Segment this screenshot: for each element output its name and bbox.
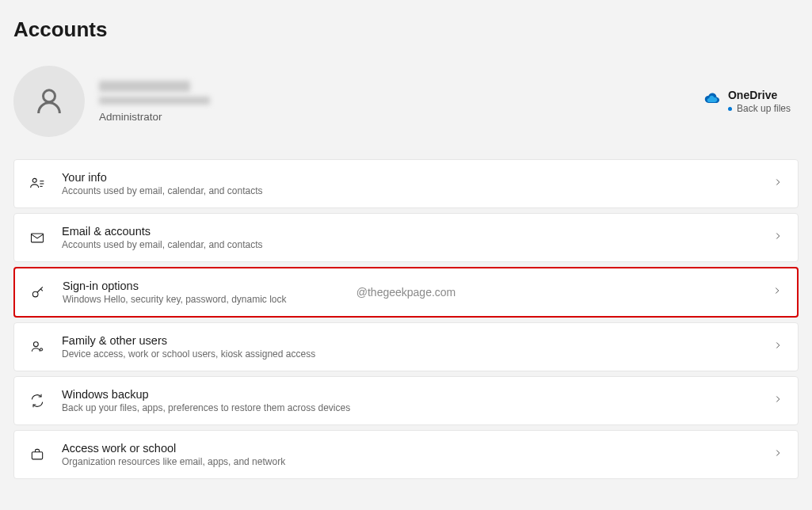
profile-left: Administrator xyxy=(13,66,210,137)
item-title: Your info xyxy=(62,171,262,184)
watermark-text: @thegeekpage.com xyxy=(356,286,456,299)
chevron-right-icon xyxy=(772,447,783,462)
item-windows-backup[interactable]: Windows backup Back up your files, apps,… xyxy=(13,376,799,425)
page-title: Accounts xyxy=(0,0,812,42)
chevron-right-icon xyxy=(772,285,783,299)
profile-role: Administrator xyxy=(99,111,210,123)
family-icon xyxy=(29,338,46,356)
item-subtitle: Windows Hello, security key, password, d… xyxy=(63,294,287,305)
item-subtitle: Accounts used by email, calendar, and co… xyxy=(62,185,262,196)
profile-section: Administrator OneDrive Back up files xyxy=(0,42,812,159)
chevron-right-icon xyxy=(772,340,783,354)
profile-name-redacted xyxy=(99,81,190,92)
onedrive-title: OneDrive xyxy=(728,89,791,101)
profile-email-redacted xyxy=(99,97,210,105)
item-title: Email & accounts xyxy=(62,225,262,238)
chevron-right-icon xyxy=(772,394,783,408)
item-title: Access work or school xyxy=(62,442,285,455)
svg-point-1 xyxy=(32,178,36,182)
svg-point-0 xyxy=(44,90,55,102)
item-subtitle: Back up your files, apps, preferences to… xyxy=(62,402,350,413)
item-title: Sign-in options xyxy=(63,280,287,292)
onedrive-text: OneDrive Back up files xyxy=(728,89,791,114)
item-access-work-school[interactable]: Access work or school Organization resou… xyxy=(13,430,799,479)
svg-line-8 xyxy=(40,289,43,291)
email-icon xyxy=(29,229,46,246)
svg-rect-13 xyxy=(32,452,42,459)
item-your-info[interactable]: Your info Accounts used by email, calend… xyxy=(13,159,799,208)
item-subtitle: Organization resources like email, apps,… xyxy=(62,456,285,467)
chevron-right-icon xyxy=(772,177,783,191)
item-subtitle: Device access, work or school users, kio… xyxy=(62,348,315,360)
item-title: Windows backup xyxy=(62,388,350,401)
settings-list: Your info Accounts used by email, calend… xyxy=(0,159,812,479)
item-title: Family & other users xyxy=(62,334,315,347)
chevron-right-icon xyxy=(772,230,783,245)
onedrive-status-dot xyxy=(728,107,732,111)
svg-point-6 xyxy=(32,291,38,297)
item-family-other-users[interactable]: Family & other users Device access, work… xyxy=(13,322,799,371)
onedrive-tile[interactable]: OneDrive Back up files xyxy=(703,89,799,114)
svg-point-9 xyxy=(33,342,38,347)
profile-info: Administrator xyxy=(99,81,210,123)
item-sign-in-options[interactable]: Sign-in options Windows Hello, security … xyxy=(13,267,799,318)
item-email-accounts[interactable]: Email & accounts Accounts used by email,… xyxy=(13,213,799,262)
avatar xyxy=(13,66,85,137)
onedrive-subtitle: Back up files xyxy=(737,103,791,114)
item-subtitle: Accounts used by email, calendar, and co… xyxy=(62,239,262,250)
your-info-icon xyxy=(29,175,46,192)
onedrive-icon xyxy=(703,92,720,104)
briefcase-icon xyxy=(29,446,46,463)
backup-icon xyxy=(29,392,46,409)
key-icon xyxy=(29,284,47,301)
